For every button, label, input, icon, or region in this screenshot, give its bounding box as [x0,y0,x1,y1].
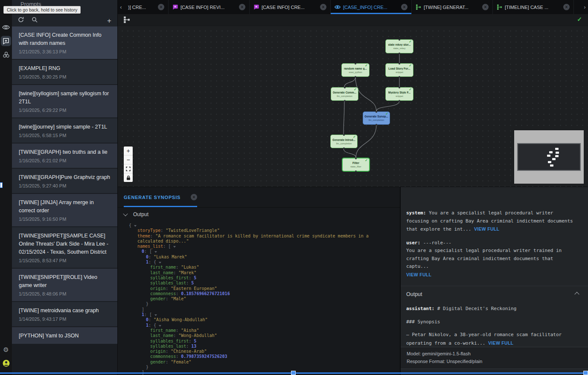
json-line[interactable]: syllables_last: 5 [118,281,400,286]
prompt-list-item[interactable]: [twine][syllogism] sample syllogism for … [12,85,117,117]
prompt-list-item[interactable]: [TWINE] [JINJA] Array merge in correct o… [12,194,117,226]
json-line[interactable]: syllables_first: 5 [118,275,400,281]
json-line[interactable]: gender: "Female" [118,360,400,365]
json-line[interactable]: } [118,365,400,370]
tab-close-icon[interactable]: × [401,4,408,10]
prompt-timestamp: 1/16/2025, 6:58:15 PM [19,132,111,139]
json-line[interactable]: syllables_last: 13 [118,344,400,349]
json-line[interactable]: commonness: 0.18576966276721016 [118,291,400,296]
selection-handle-left-middle[interactable] [0,182,3,188]
search-icon[interactable] [32,17,38,24]
zoom-out-button[interactable]: − [124,155,133,164]
json-line[interactable]: 1: [ [118,312,400,317]
assistant-view-full-link[interactable]: VIEW FULL [488,340,513,346]
graph-node[interactable]: ✓ Load Story For... snippet [385,63,413,77]
tabs-scroll-right-icon[interactable]: › [582,0,588,14]
branch-layout-icon[interactable] [123,16,130,25]
graph-node[interactable]: ✓ state rekey stor... state_rekey [385,39,413,53]
add-prompt-button[interactable]: + [107,17,111,24]
json-line[interactable]: first_name: "Lukas" [118,265,400,270]
node-success-check-icon: ✓ [365,64,368,67]
json-line[interactable]: 1: { [118,323,400,328]
json-line[interactable]: theme: "A romance scam facilitator is ki… [118,234,400,239]
tab-close-icon[interactable]: × [320,4,326,10]
editor-tab[interactable]: [CASE INFO] CRE... × [250,0,331,14]
zoom-in-button[interactable]: + [124,146,133,155]
node-subtitle: snippet [396,95,403,97]
lock-button[interactable] [124,173,133,182]
user-view-full-link[interactable]: VIEW FULL [406,272,431,277]
minimap[interactable] [514,130,584,184]
json-line[interactable]: } [118,302,400,307]
json-line[interactable]: ] [118,307,400,312]
prompt-list-item[interactable]: [TWINE][GRAPH} two truths and a lie 1/16… [12,144,117,168]
refresh-icon[interactable] [18,17,24,24]
prompt-list-item[interactable]: [TWINE][SNIPPET][ROLE] Video game writer… [12,269,117,301]
minimap-node-dot [555,148,559,150]
tab-icon [335,5,341,9]
tab-close-icon[interactable]: × [158,4,164,10]
tabs-scroll-left-icon[interactable]: ‹ [118,0,124,14]
prompt-list-item[interactable]: [TWINE] metroidvania case graph 1/14/202… [12,302,117,326]
json-line[interactable]: 0: [ [118,249,400,254]
prompt-list-item[interactable]: [PYTHON] Yaml to JSON [12,327,117,344]
tab-close-icon[interactable]: × [239,4,245,10]
selection-handle-bottom-center[interactable] [291,371,296,375]
json-line[interactable]: syllables_first: 5 [118,339,400,344]
settings-gear-icon[interactable]: ⚙ [1,344,11,354]
bottom-tab-close-icon[interactable]: × [191,194,197,200]
graph-node[interactable]: ✓ Generate Synop... llm_completion [363,111,390,125]
json-line[interactable]: { [118,223,400,228]
prompt-list-item[interactable]: [EXAMPLE] RNG 1/16/2025, 8:30:25 PM [12,60,117,84]
selection-handle-bottom-right[interactable] [583,371,588,375]
json-line[interactable]: storyType: "TwistedLoveTriangle" [118,228,400,233]
chevron-down-icon [123,211,128,216]
editor-tab[interactable]: [CASE_INFO] CRE... × [331,0,412,14]
prompt-list-item[interactable]: [TWINE][GRAPH]Pure Graphviz graph 1/15/2… [12,169,117,193]
graph-canvas[interactable]: ✓ ✓ state rekey stor... state_rekey ✓ ra… [118,14,588,187]
prompt-list-item[interactable]: [twine][journey] simple sample - 2T1L 1/… [12,118,117,143]
user-label: user: [406,240,420,246]
editor-tab[interactable]: [TWINE] GENERAT... × [412,0,493,14]
fit-view-button[interactable] [124,164,133,173]
json-line[interactable]: calculated dispo..." [118,239,400,244]
user-text: You are a specialist legal procedural wr… [406,248,562,269]
editor-tab[interactable]: [CASE INFO] REVI... × [169,0,250,14]
node-subtitle: snippet [396,71,403,73]
editor-tab[interactable]: [TIMELINE] CASE ... × [493,0,574,14]
knot-icon[interactable] [1,50,11,60]
json-line[interactable]: origin: "Chinese-Arab" [118,349,400,354]
json-line[interactable]: 0: "Aisha Wong-Abdullah" [118,317,400,322]
graph-node[interactable]: ✓ Generate Introd... llm_completion [330,135,358,148]
json-line[interactable]: 1: { [118,260,400,265]
tab-close-icon[interactable]: × [482,4,489,10]
assistant-message: assistant: # Digital Deceit's Reckoning … [406,305,577,347]
minimap-node-dot [547,155,550,157]
tab-close-icon[interactable]: × [563,4,570,10]
json-line[interactable]: commonness: 0.7987359247526203 [118,354,400,359]
prompt-list-item[interactable]: [CASE INFO] Create Common Info with rand… [12,26,117,59]
json-line[interactable]: origin: "Eastern European" [118,286,400,291]
json-line[interactable]: 0: "Lukas Marek" [118,255,400,260]
node-subtitle: llm_completion [337,95,352,97]
json-line[interactable]: gender: "Male" [118,296,400,302]
bottom-tab-generate-synopsis[interactable]: GENERATE SYNOPSIS × [124,187,197,207]
json-line[interactable]: last_name: "Wong-Abdullah" [118,333,400,338]
eye-icon[interactable] [1,22,11,32]
output-section-toggle[interactable]: Output [118,211,400,217]
graph-node[interactable]: ✓ Mystery Style F... snippet [385,87,413,101]
minimap-viewport[interactable] [517,143,581,171]
json-line[interactable]: last_name: "Marek" [118,270,400,275]
graph-node[interactable]: ✓ Filter state_filter [342,158,370,172]
json-line[interactable]: first_name: "Aisha" [118,328,400,333]
json-line[interactable]: names_list: [ [118,244,400,249]
prompt-list-item[interactable]: [TWINE][SNIPPET][SAMPLE CASE] Online Thr… [12,227,117,268]
output-header-row[interactable]: Output [406,291,581,297]
account-avatar-icon[interactable] [1,358,11,368]
graph-node[interactable]: ✓ random name g... exec_python [341,63,370,77]
node-title: Generate Synop... [364,115,388,118]
editor-tab[interactable]: )] CRE... × [124,0,169,14]
prompts-bubble-icon[interactable] [1,36,11,46]
graph-node[interactable]: ✓ Generate Comm... llm_completion [331,87,358,101]
system-view-full-link[interactable]: VIEW FULL [474,226,499,231]
